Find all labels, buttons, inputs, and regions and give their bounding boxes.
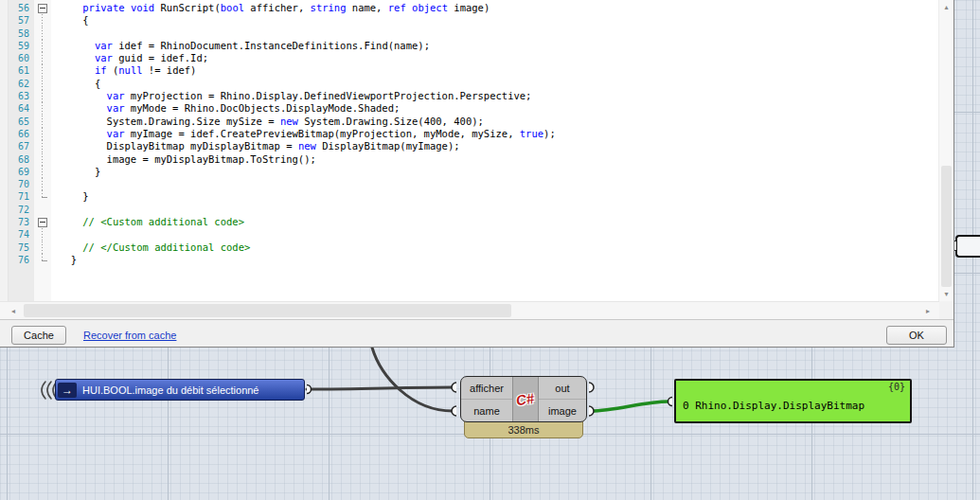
- horizontal-scroll-thumb[interactable]: [24, 304, 511, 317]
- line-margin: [0, 27, 9, 40]
- data-count-badge: {0}: [888, 382, 905, 392]
- ok-button[interactable]: OK: [886, 326, 947, 345]
- output-image[interactable]: image: [539, 400, 586, 421]
- vertical-scrollbar[interactable]: ▴ ▾: [938, 0, 953, 301]
- line-number: 71: [9, 190, 34, 203]
- cache-button[interactable]: Cache: [11, 326, 66, 345]
- recover-from-cache-link[interactable]: Recover from cache: [83, 330, 176, 341]
- fold-marker: [34, 90, 51, 102]
- wire-top-to-name[interactable]: [372, 348, 453, 411]
- fold-marker: [34, 204, 51, 216]
- code-line[interactable]: 68 image = myDisplayBitmap.ToString();: [0, 153, 939, 166]
- output-params: out image: [539, 377, 586, 421]
- panel-input-nub[interactable]: [668, 398, 672, 406]
- line-margin: [0, 78, 9, 90]
- panel-text: 0 Rhino.Display.DisplayBitmap: [683, 400, 864, 412]
- code-line[interactable]: 76 }: [0, 254, 939, 266]
- code-line[interactable]: 65 System.Drawing.Size mySize = new Syst…: [0, 116, 939, 128]
- editor-button-bar: Cache Recover from cache OK: [0, 319, 953, 347]
- code-text: private void RunScript(bool afficher, st…: [51, 2, 939, 14]
- line-margin: [0, 178, 9, 190]
- hui-bool-node[interactable]: → HUI.BOOL.image du débit sélectionné: [55, 379, 305, 401]
- name-input-nub[interactable]: [452, 406, 456, 416]
- partial-component[interactable]: [955, 235, 980, 258]
- code-text: var myImage = idef.CreatePreviewBitmap(m…: [51, 128, 939, 140]
- code-line[interactable]: 61 if (null != idef): [0, 64, 939, 77]
- line-number: 64: [9, 102, 34, 115]
- line-number: 69: [9, 166, 34, 178]
- display-bitmap-panel[interactable]: {0} 0 Rhino.Display.DisplayBitmap: [674, 379, 912, 423]
- scroll-up-icon[interactable]: ▴: [939, 0, 953, 14]
- code-line[interactable]: 57 {: [0, 14, 939, 27]
- code-line[interactable]: 74: [0, 228, 939, 241]
- code-editor[interactable]: 56 private void RunScript(bool afficher,…: [0, 0, 939, 301]
- line-number: 73: [9, 216, 34, 228]
- line-number: 57: [9, 14, 34, 27]
- line-number: 70: [9, 178, 34, 190]
- code-text: // <Custom additional code>: [51, 216, 939, 228]
- code-text: // </Custom additional code>: [51, 241, 939, 254]
- line-number: 58: [9, 27, 34, 40]
- code-line[interactable]: 70: [0, 178, 939, 190]
- image-output-nub[interactable]: [589, 406, 594, 416]
- fold-marker: [34, 153, 51, 166]
- fold-marker: [34, 166, 51, 178]
- fold-toggle-icon[interactable]: [34, 216, 51, 228]
- code-line[interactable]: 71 }: [0, 190, 939, 203]
- code-line[interactable]: 67 DisplayBitmap myDisplayBitmap = new D…: [0, 140, 939, 152]
- code-text: var guid = idef.Id;: [51, 52, 939, 64]
- code-text: {: [51, 14, 939, 27]
- script-editor-window: 56 private void RunScript(bool afficher,…: [0, 0, 954, 348]
- scroll-down-icon[interactable]: ▾: [939, 287, 953, 301]
- csharp-logo-text: C#: [515, 390, 535, 409]
- code-line[interactable]: 66 var myImage = idef.CreatePreviewBitma…: [0, 128, 939, 140]
- fold-marker: [34, 14, 51, 27]
- code-line[interactable]: 56 private void RunScript(bool afficher,…: [0, 2, 939, 14]
- scroll-left-icon[interactable]: ◂: [6, 303, 21, 318]
- arrow-right-icon: →: [58, 383, 77, 398]
- csharp-script-component[interactable]: afficher name C# out image: [460, 376, 587, 422]
- code-line[interactable]: 59 var idef = RhinoDocument.InstanceDefi…: [0, 40, 939, 52]
- hui-output-nub[interactable]: [307, 385, 312, 394]
- line-number: 63: [9, 90, 34, 102]
- wire-image-to-panel[interactable]: [591, 402, 668, 411]
- code-line[interactable]: 63 var myProjection = Rhino.Display.Defi…: [0, 90, 939, 102]
- code-text: }: [51, 254, 939, 266]
- code-line[interactable]: 64 var myMode = Rhino.DocObjects.Display…: [0, 102, 939, 115]
- code-line[interactable]: 69 }: [0, 166, 939, 178]
- out-output-nub[interactable]: [589, 383, 594, 392]
- code-text: var myMode = Rhino.DocObjects.DisplayMod…: [51, 102, 939, 115]
- line-margin: [0, 216, 9, 228]
- line-margin: [0, 90, 9, 102]
- fold-toggle-icon[interactable]: [34, 2, 51, 14]
- code-text: DisplayBitmap myDisplayBitmap = new Disp…: [51, 140, 939, 152]
- output-out[interactable]: out: [539, 377, 586, 400]
- code-line[interactable]: 58: [0, 27, 939, 40]
- code-line[interactable]: 62 {: [0, 78, 939, 90]
- scroll-right-icon[interactable]: ▸: [920, 303, 935, 318]
- line-number: 72: [9, 204, 34, 216]
- vertical-scroll-thumb[interactable]: [941, 166, 952, 287]
- line-margin: [0, 116, 9, 128]
- code-line[interactable]: 73 // <Custom additional code>: [0, 216, 939, 228]
- code-line[interactable]: 75 // </Custom additional code>: [0, 241, 939, 254]
- afficher-input-nub[interactable]: [452, 383, 456, 392]
- input-name[interactable]: name: [461, 400, 512, 421]
- line-margin: [0, 254, 9, 266]
- code-text: }: [51, 166, 939, 178]
- horizontal-scrollbar[interactable]: ◂ ▸: [0, 301, 939, 319]
- wire-bool-to-afficher[interactable]: [307, 387, 453, 389]
- csharp-logo[interactable]: C#: [512, 377, 539, 421]
- line-margin: [0, 153, 9, 166]
- code-line[interactable]: 60 var guid = idef.Id;: [0, 52, 939, 64]
- line-number: 61: [9, 64, 34, 77]
- line-number: 59: [9, 40, 34, 52]
- line-number: 75: [9, 241, 34, 254]
- scrollbar-corner: [939, 301, 953, 319]
- code-text: {: [51, 78, 939, 90]
- fold-marker: [34, 254, 51, 266]
- code-line[interactable]: 72: [0, 204, 939, 216]
- line-margin: [0, 2, 9, 14]
- input-afficher[interactable]: afficher: [461, 377, 512, 400]
- fold-marker: [34, 52, 51, 64]
